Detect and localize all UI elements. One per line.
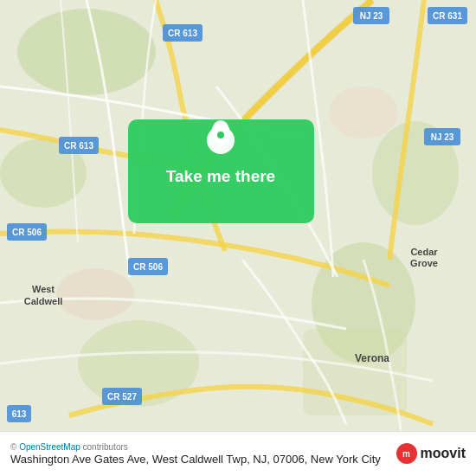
- osm-link[interactable]: OpenStreetMap: [19, 442, 80, 452]
- svg-text:CR 506: CR 506: [133, 262, 163, 272]
- address-text: Washington Ave Gates Ave, West Caldwell …: [10, 452, 396, 467]
- svg-text:Caldwell: Caldwell: [24, 296, 63, 306]
- svg-text:NJ 23: NJ 23: [360, 11, 383, 21]
- svg-point-37: [217, 132, 224, 138]
- svg-text:613: 613: [12, 409, 27, 419]
- moovit-logo: m moovit: [396, 443, 466, 464]
- map-svg: CR 613 CR 613 CR 506 CR 506 CR 527 NJ 23…: [0, 0, 476, 476]
- osm-copyright: ©: [10, 442, 19, 452]
- svg-text:CR 506: CR 506: [12, 228, 42, 237]
- svg-point-1: [17, 9, 156, 95]
- svg-text:CR 613: CR 613: [64, 141, 93, 151]
- address-block: © OpenStreetMap contributors Washington …: [10, 441, 396, 467]
- svg-text:NJ 23: NJ 23: [431, 132, 454, 142]
- bottom-bar: © OpenStreetMap contributors Washington …: [0, 431, 476, 476]
- osm-contrib: contributors: [80, 442, 128, 452]
- svg-text:Grove: Grove: [410, 258, 438, 268]
- svg-text:Take me there: Take me there: [166, 167, 275, 185]
- osm-attribution: © OpenStreetMap contributors: [10, 442, 396, 452]
- map-container: CR 613 CR 613 CR 506 CR 506 CR 527 NJ 23…: [0, 0, 476, 476]
- svg-text:CR 527: CR 527: [107, 392, 137, 402]
- svg-point-8: [329, 87, 398, 138]
- moovit-icon: m: [396, 443, 417, 464]
- svg-text:CR 631: CR 631: [433, 11, 462, 21]
- svg-point-7: [56, 268, 134, 320]
- address-line2: , 07006, New York City: [267, 453, 381, 466]
- svg-text:Verona: Verona: [355, 352, 389, 364]
- moovit-label: moovit: [421, 446, 466, 461]
- svg-text:CR 613: CR 613: [168, 29, 197, 38]
- svg-text:West: West: [32, 284, 55, 294]
- svg-text:Cedar: Cedar: [410, 247, 438, 257]
- address-line1: Washington Ave Gates Ave, West Caldwell …: [10, 453, 267, 466]
